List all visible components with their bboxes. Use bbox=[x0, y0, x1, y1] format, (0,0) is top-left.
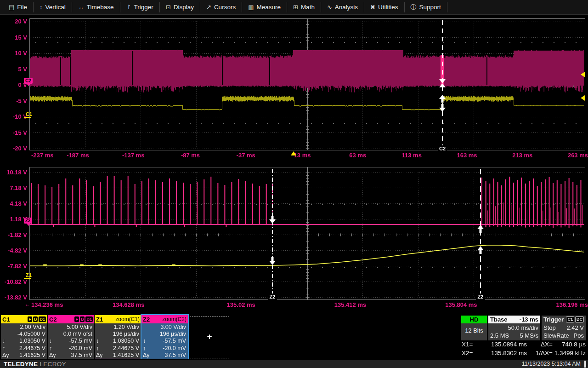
trigger-time-marker[interactable] bbox=[291, 151, 296, 155]
menu-item-trigger[interactable]: ↾Trigger bbox=[120, 0, 159, 15]
trace-marker-z1[interactable]: Z1 bbox=[26, 272, 32, 278]
timebase-samples: 2.5 MS bbox=[490, 332, 509, 339]
support-icon: ⓘ bbox=[411, 3, 417, 12]
trigger-icon: ↾ bbox=[126, 4, 131, 11]
trace-box-row: ↓1.03050 V bbox=[2, 338, 45, 345]
trace-row-value: 2.00 V/div bbox=[20, 324, 45, 331]
bottom-v-label: -4.82 V bbox=[0, 247, 27, 254]
trace-marker-c2[interactable]: C2 bbox=[24, 78, 33, 84]
trace-box-row: ↑-20.0 mV bbox=[143, 345, 186, 352]
trace-box-body: 2.00 V/div-4.05000 V↓1.03050 V↑2.44675 V… bbox=[1, 323, 47, 359]
top-t-label: 163 ms bbox=[413, 152, 477, 159]
menu-item-display[interactable]: ⊡Display bbox=[160, 0, 200, 15]
x2-value: 135.8302 ms bbox=[479, 349, 531, 357]
menu-item-label: File bbox=[17, 4, 27, 11]
bottom-v-label: -1.82 V bbox=[0, 231, 27, 238]
trace-box-header: Z2zoom(C2) bbox=[141, 315, 188, 323]
trace-box-c1[interactable]: C1FBD12.00 V/div-4.05000 V↓1.03050 V↑2.4… bbox=[1, 315, 47, 359]
top-v-label: 10 V bbox=[0, 50, 27, 57]
menu-item-file[interactable]: ▤File bbox=[3, 0, 33, 15]
trace-box-header: C1FBD1 bbox=[1, 315, 47, 323]
hd-mode-box[interactable]: HD 12 Bits bbox=[461, 316, 487, 340]
add-trace-box[interactable]: + bbox=[190, 316, 229, 358]
trace-box-row: ↑2.44675 V bbox=[2, 345, 45, 352]
menu-item-analysis[interactable]: ∿Analysis bbox=[321, 0, 364, 15]
top-t-label: 213 ms bbox=[468, 152, 532, 159]
cursors-icon: ↗ bbox=[206, 4, 211, 11]
status-bar: TELEDYNE LECROY 11/13/2023 5:13:04 AM bbox=[0, 359, 588, 368]
trace-row-glyph: ↓ bbox=[143, 338, 152, 345]
trace-box-title: Z2 bbox=[143, 316, 150, 323]
trace-box-z1[interactable]: Z1zoom(C1)1.20 V/div196 µs/div↓1.03050 V… bbox=[95, 315, 141, 359]
trace-box-row: Δy37.5 mV bbox=[143, 352, 186, 359]
menu-item-utilities[interactable]: ✖Utilities bbox=[364, 0, 404, 15]
trace-row-glyph bbox=[2, 324, 11, 331]
trace-marker-underline bbox=[24, 278, 31, 279]
bottom-t-label: 135.02 ms bbox=[191, 301, 255, 308]
trace-box-c2[interactable]: C2FBD15.00 V/div0.0 mV ofst↓-57.5 mV↑-20… bbox=[48, 315, 94, 359]
trace-marker-c1[interactable]: C1 bbox=[26, 111, 32, 117]
trace-marker-pointer bbox=[27, 224, 30, 226]
trace-row-value: 1.20 V/div bbox=[113, 324, 139, 331]
trace-badge-d1: D1 bbox=[39, 316, 46, 322]
trace-row-glyph bbox=[143, 324, 152, 331]
menu-item-vertical[interactable]: ↕Vertical bbox=[34, 0, 72, 15]
menu-item-label: Support bbox=[419, 4, 441, 11]
top-t-label: -187 ms bbox=[25, 152, 89, 159]
bottom-v-label: 10.18 V bbox=[0, 169, 27, 176]
menu-item-timebase[interactable]: ↔Timebase bbox=[72, 0, 120, 15]
invdx-value: 1.3499 kHz bbox=[553, 349, 586, 357]
trace-row-glyph bbox=[143, 331, 152, 338]
timebase-title: Tbase bbox=[490, 316, 508, 323]
bottom-t-label: 135.804 ms bbox=[413, 301, 477, 308]
menu-separator bbox=[447, 2, 447, 12]
waveform-display[interactable] bbox=[0, 0, 588, 368]
analysis-icon: ∿ bbox=[327, 4, 332, 11]
timebase-box[interactable]: Tbase -13 ms 50.0 ms/div 2.5 MS 5 MS/s bbox=[488, 316, 540, 340]
menu-item-cursors[interactable]: ↗Cursors bbox=[200, 0, 242, 15]
menu-item-measure[interactable]: ▥Measure bbox=[242, 0, 287, 15]
menu-bar: ▤File↕Vertical↔Timebase↾Trigger⊡Display↗… bbox=[0, 0, 588, 15]
trace-row-glyph bbox=[49, 331, 58, 338]
vertical-icon: ↕ bbox=[40, 4, 43, 11]
zoom-pan-left-arrow[interactable]: ← bbox=[24, 301, 30, 308]
menu-item-math[interactable]: ⊞Math bbox=[287, 0, 321, 15]
top-v-label: 0 V bbox=[0, 81, 27, 88]
trace-row-value: 1.03050 V bbox=[113, 338, 139, 345]
trace-box-row: 0.0 mV ofst bbox=[49, 331, 92, 338]
trace-row-glyph: Δy bbox=[96, 352, 105, 359]
trigger-box[interactable]: Trigger C1 DC Stop 2.42 V SlewRate Pos bbox=[542, 316, 586, 340]
bottom-v-label: 7.18 V bbox=[0, 184, 27, 191]
trace-row-value: 37.5 mV bbox=[164, 352, 186, 359]
menu-item-label: Timebase bbox=[87, 4, 114, 11]
trigger-slope: Pos bbox=[574, 332, 584, 339]
trace-box-badges: FBD1 bbox=[28, 316, 46, 322]
trace-box-row: ↓-57.5 mV bbox=[143, 338, 186, 345]
trace-box-row: ↓1.03050 V bbox=[96, 338, 139, 345]
trace-row-glyph: ↓ bbox=[49, 338, 58, 345]
menu-item-support[interactable]: ⓘSupport bbox=[405, 0, 447, 15]
timebase-rate: 5 MS/s bbox=[520, 332, 538, 339]
trace-marker-pointer bbox=[27, 84, 30, 86]
invdx-label: 1/ΔX= bbox=[531, 349, 553, 357]
trace-row-glyph: ↓ bbox=[96, 338, 105, 345]
trace-box-row: -4.05000 V bbox=[2, 331, 45, 338]
trace-box-z2[interactable]: Z2zoom(C2)3.00 V/div196 µs/div↓-57.5 mV↑… bbox=[141, 315, 188, 359]
trace-box-title: C2 bbox=[49, 316, 57, 323]
bottom-t-label: 136.196 ms bbox=[524, 301, 588, 308]
timebase-delay: -13 ms bbox=[520, 316, 538, 323]
trace-box-row: Δy37.5 mV bbox=[49, 352, 92, 359]
hd-bits-value: 12 Bits bbox=[465, 327, 483, 334]
trace-row-value: 2.44675 V bbox=[113, 345, 139, 352]
bottom-t-label: 134.236 ms bbox=[31, 301, 63, 308]
top-v-label: 20 V bbox=[0, 18, 27, 25]
trace-row-value: 196 µs/div bbox=[113, 331, 139, 338]
trace-box-badges: FBD1 bbox=[74, 316, 93, 322]
trace-row-value: 1.41625 V bbox=[19, 352, 45, 359]
file-icon: ▤ bbox=[9, 4, 14, 11]
trace-row-value: 3.00 V/div bbox=[160, 324, 186, 331]
trace-marker-z2[interactable]: Z2 bbox=[24, 218, 32, 224]
trigger-type: SlewRate bbox=[543, 332, 569, 339]
top-t-label: 13 ms bbox=[247, 152, 311, 159]
trace-badge-b: B bbox=[80, 316, 85, 322]
